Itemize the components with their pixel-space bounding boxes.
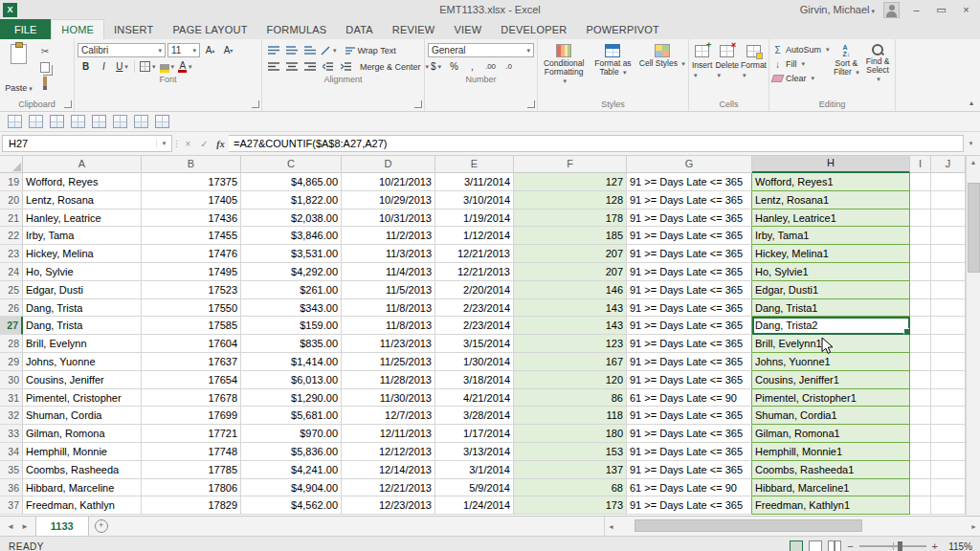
cell-F30[interactable]: 120	[514, 371, 627, 389]
cell-D35[interactable]: 12/14/2013	[342, 461, 435, 479]
cell-J33[interactable]	[931, 425, 966, 443]
cell-C34[interactable]: $5,836.00	[241, 443, 342, 461]
cell-G29[interactable]: 91 >= Days Late <= 365	[627, 353, 752, 371]
insert-cells-button[interactable]: Insert ▾	[692, 41, 712, 79]
font-size-select[interactable]: 11▾	[167, 43, 200, 57]
cell-I23[interactable]	[910, 245, 931, 263]
cell-A32[interactable]: Shuman, Cordia	[23, 407, 142, 425]
cell-B30[interactable]: 17654	[142, 371, 241, 389]
cell-C20[interactable]: $1,822.00	[241, 191, 342, 209]
scroll-up-icon[interactable]: ▲	[970, 156, 977, 169]
delete-cells-button[interactable]: Delete ▾	[715, 41, 739, 79]
cell-H22[interactable]: Irby, Tama1	[752, 227, 910, 245]
cell-D32[interactable]: 12/7/2013	[342, 407, 435, 425]
cell-B36[interactable]: 17806	[142, 479, 241, 497]
cell-D28[interactable]: 11/23/2013	[342, 335, 435, 353]
italic-button[interactable]: I	[96, 59, 112, 74]
cell-I20[interactable]	[910, 191, 931, 209]
autosum-button[interactable]: ΣAutoSum▾	[772, 43, 830, 56]
restore-button[interactable]: ▭	[933, 4, 949, 16]
cell-H28[interactable]: Brill, Evelynn1	[752, 335, 910, 353]
cell-F32[interactable]: 118	[514, 407, 627, 425]
cell-E25[interactable]: 2/20/2014	[435, 281, 514, 299]
cell-I33[interactable]	[910, 425, 931, 443]
cell-J34[interactable]	[931, 443, 966, 461]
cell-J27[interactable]	[931, 317, 966, 335]
tab-home[interactable]: HOME	[51, 19, 104, 39]
font-name-select[interactable]: Calibri▾	[78, 43, 166, 57]
cell-H37[interactable]: Freedman, Kathlyn1	[752, 496, 910, 515]
cell-B35[interactable]: 17785	[142, 461, 241, 479]
align-middle-button[interactable]	[283, 43, 300, 57]
chevron-down-icon[interactable]: ▾	[156, 140, 171, 147]
qat-icon[interactable]	[113, 115, 127, 128]
cell-G26[interactable]: 91 >= Days Late <= 365	[627, 299, 752, 318]
cell-C35[interactable]: $4,241.00	[241, 461, 342, 479]
cell-C31[interactable]: $1,290.00	[241, 389, 342, 408]
cell-D20[interactable]: 10/29/2013	[342, 191, 435, 209]
cell-A33[interactable]: Gilman, Romona	[23, 425, 142, 443]
cell-D31[interactable]: 11/30/2013	[342, 389, 435, 408]
cell-C21[interactable]: $2,038.00	[241, 209, 342, 228]
row-header-22[interactable]: 22	[0, 227, 23, 245]
format-painter-button[interactable]	[37, 77, 53, 90]
paste-button[interactable]: Paste▾	[3, 41, 34, 95]
row-header-27[interactable]: 27	[0, 317, 23, 335]
cell-I34[interactable]	[910, 443, 931, 461]
cell-I29[interactable]	[910, 353, 931, 371]
row-header-28[interactable]: 28	[0, 335, 23, 353]
cell-F35[interactable]: 137	[514, 461, 627, 479]
cell-C26[interactable]: $343.00	[241, 299, 342, 318]
fill-color-button[interactable]: ▾	[159, 59, 176, 74]
cell-H21[interactable]: Hanley, Leatrice1	[752, 209, 910, 228]
scroll-left-icon[interactable]: ◄	[605, 523, 617, 530]
cell-F31[interactable]: 86	[514, 389, 627, 408]
enter-formula-button[interactable]: ✓	[196, 139, 212, 149]
format-as-table-button[interactable]: Format as Table ▾	[590, 41, 635, 77]
select-all-corner[interactable]	[0, 156, 23, 173]
name-box[interactable]: H27 ▾	[2, 135, 172, 152]
cell-G36[interactable]: 61 >= Days Late <= 90	[627, 479, 752, 497]
zoom-slider-thumb[interactable]	[898, 541, 902, 551]
cell-G31[interactable]: 61 >= Days Late <= 90	[627, 389, 752, 408]
row-header-33[interactable]: 33	[0, 425, 23, 443]
cell-A25[interactable]: Edgar, Dusti	[23, 281, 142, 299]
column-header-A[interactable]: A	[23, 156, 142, 173]
cell-H29[interactable]: Johns, Yuonne1	[752, 353, 910, 371]
cell-A21[interactable]: Hanley, Leatrice	[23, 209, 142, 228]
cell-C22[interactable]: $3,846.00	[241, 227, 342, 245]
horizontal-scrollbar[interactable]: ◄ ►	[604, 517, 980, 536]
new-sheet-button[interactable]: +	[89, 517, 114, 536]
vertical-scrollbar-thumb[interactable]	[968, 183, 980, 273]
horizontal-scrollbar-thumb[interactable]	[635, 519, 862, 532]
cell-I36[interactable]	[910, 479, 931, 497]
sheet-tab-1133[interactable]: 1133	[35, 517, 89, 536]
tab-data[interactable]: DATA	[336, 19, 383, 39]
row-header-32[interactable]: 32	[0, 407, 23, 425]
tab-developer[interactable]: DEVELOPER	[491, 19, 576, 39]
row-header-37[interactable]: 37	[0, 496, 23, 515]
cell-D19[interactable]: 10/21/2013	[342, 173, 435, 191]
cell-B33[interactable]: 17721	[142, 425, 241, 443]
tab-formulas[interactable]: FORMULAS	[257, 19, 337, 39]
next-sheet-button[interactable]: ►	[21, 522, 29, 531]
tab-file[interactable]: FILE	[0, 19, 51, 39]
page-break-view-button[interactable]	[828, 540, 841, 551]
cell-G24[interactable]: 91 >= Days Late <= 365	[627, 263, 752, 281]
tab-page-layout[interactable]: PAGE LAYOUT	[163, 19, 256, 39]
align-right-button[interactable]	[301, 59, 318, 74]
row-header-26[interactable]: 26	[0, 299, 23, 318]
cell-G37[interactable]: 91 >= Days Late <= 365	[627, 496, 752, 515]
column-header-I[interactable]: I	[910, 156, 931, 173]
increase-decimal-button[interactable]: .00	[482, 59, 499, 74]
cell-I24[interactable]	[910, 263, 931, 281]
cell-I31[interactable]	[910, 389, 931, 408]
cell-H23[interactable]: Hickey, Melina1	[752, 245, 910, 263]
number-dialog-launcher[interactable]	[527, 100, 535, 108]
cell-I21[interactable]	[910, 209, 931, 228]
cell-C27[interactable]: $159.00	[241, 317, 342, 335]
zoom-in-button[interactable]: +	[932, 540, 938, 551]
cell-F22[interactable]: 185	[514, 227, 627, 245]
cancel-formula-button[interactable]: ×	[180, 139, 196, 149]
row-header-20[interactable]: 20	[0, 191, 23, 209]
